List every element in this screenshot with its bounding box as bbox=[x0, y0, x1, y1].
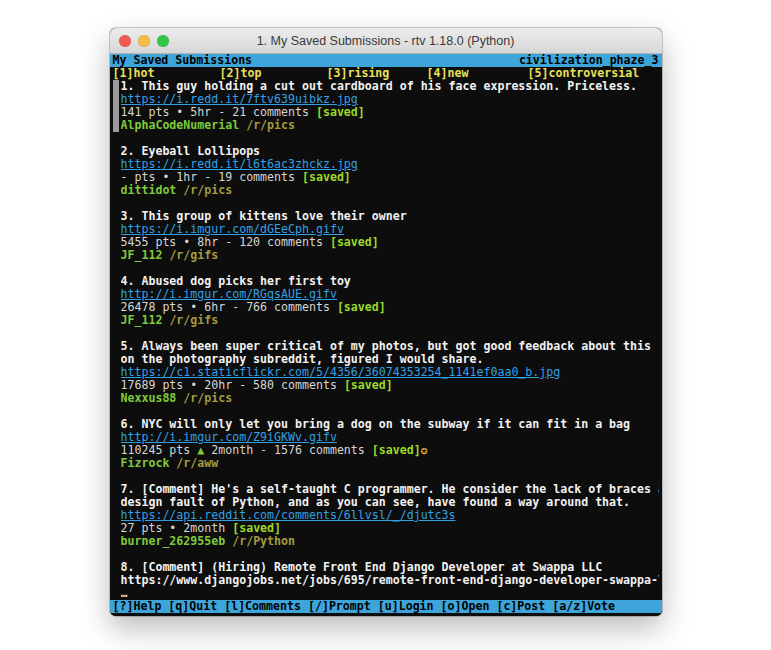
app-window: 1. My Saved Submissions - rtv 1.18.0 (Py… bbox=[110, 28, 662, 616]
submission-title: 7. [Comment] He's a self-taught C progra… bbox=[121, 483, 659, 496]
submission-stats: 26478 pts • 6hr - 766 comments [saved] bbox=[121, 301, 659, 314]
submission-stats: 17689 pts • 20hr - 580 comments [saved] bbox=[121, 379, 659, 392]
submission-link-row: https://i.redd.it/l6t6ac3zhckz.jpg bbox=[121, 158, 659, 171]
submission-title: 8. [Comment] (Hiring) Remote Front End D… bbox=[121, 561, 659, 574]
subreddit-name: /r/gifs bbox=[169, 314, 218, 327]
submission-link-row: http://i.imgur.com/RGqsAUE.gifv bbox=[121, 288, 659, 301]
stats-segment: [saved] bbox=[337, 301, 386, 314]
author-name: AlphaCodeNumerial bbox=[121, 119, 240, 132]
sort-menu: [1]hot[2]top[3]rising[4]new[5]controvers… bbox=[113, 67, 659, 80]
stats-segment: 27 pts • 2month bbox=[121, 522, 233, 535]
submission-link[interactable]: http://i.imgur.com/Z9iGKWv.gifv bbox=[121, 431, 337, 444]
traffic-lights bbox=[119, 28, 169, 53]
stats-segment: [saved] bbox=[372, 444, 421, 457]
author-name: burner_262955eb bbox=[121, 535, 226, 548]
submission-byline: burner_262955eb /r/Python bbox=[121, 535, 659, 548]
submission-item-6[interactable]: 6. NYC will only let you bring a dog on … bbox=[121, 418, 659, 470]
submission-link-row: https://i.redd.it/7ftv639uibkz.jpg bbox=[121, 93, 659, 106]
stats-segment: [saved] bbox=[316, 106, 365, 119]
submission-item-2[interactable]: 2. Eyeball Lollipopshttps://i.redd.it/l6… bbox=[121, 145, 659, 197]
subreddit-name: /r/Python bbox=[232, 535, 295, 548]
menu-item-new[interactable]: [4]new bbox=[427, 67, 469, 80]
submission-link[interactable]: https://i.redd.it/l6t6ac3zhckz.jpg bbox=[121, 158, 358, 171]
author-name: Fizrock bbox=[121, 457, 170, 470]
submission-title: 1. This guy holding a cut out cardboard … bbox=[121, 80, 659, 93]
submission-item-1[interactable]: 1. This guy holding a cut out cardboard … bbox=[121, 80, 659, 132]
submission-title: on the photography subreddit, figured I … bbox=[121, 353, 659, 366]
submission-title: 2. Eyeball Lollipops bbox=[121, 145, 659, 158]
stats-segment: 2month - 1576 comments bbox=[204, 444, 372, 457]
submission-list: 1. This guy holding a cut out cardboard … bbox=[113, 80, 659, 600]
submission-title: 3. This group of kittens love their owne… bbox=[121, 210, 659, 223]
submission-byline: JF_112 /r/gifs bbox=[121, 314, 659, 327]
submission-stats: 110245 pts ▲ 2month - 1576 comments [sav… bbox=[121, 444, 659, 457]
submission-link-row: http://i.imgur.com/Z9iGKWv.gifv bbox=[121, 431, 659, 444]
status-header: My Saved Submissions civilization_phaze_… bbox=[110, 54, 662, 67]
submission-item-5[interactable]: 5. Always been super critical of my phot… bbox=[121, 340, 659, 405]
truncation-indicator: … bbox=[121, 587, 659, 600]
zoom-window-button[interactable] bbox=[157, 35, 169, 47]
submission-link[interactable]: https://api.reddit.com/comments/6llvsl/_… bbox=[121, 509, 456, 522]
submission-byline: dittidot /r/pics bbox=[121, 184, 659, 197]
minimize-window-button[interactable] bbox=[138, 35, 150, 47]
terminal-screen: My Saved Submissions civilization_phaze_… bbox=[110, 54, 662, 616]
submission-link[interactable]: https://c1.staticflickr.com/5/4356/36074… bbox=[121, 366, 561, 379]
menu-item-hot[interactable]: [1]hot bbox=[113, 67, 155, 80]
author-name: JF_112 bbox=[121, 314, 163, 327]
selection-cursor bbox=[113, 80, 119, 132]
submission-title: 6. NYC will only let you bring a dog on … bbox=[121, 418, 659, 431]
subreddit-name: /r/pics bbox=[246, 119, 295, 132]
subreddit-name: /r/gifs bbox=[169, 249, 218, 262]
submission-item-8[interactable]: 8. [Comment] (Hiring) Remote Front End D… bbox=[121, 561, 659, 600]
submission-byline: Fizrock /r/aww bbox=[121, 457, 659, 470]
submission-title: https://www.djangojobs.net/jobs/695/remo… bbox=[121, 574, 659, 587]
submission-link-row: https://api.reddit.com/comments/6llvsl/_… bbox=[121, 509, 659, 522]
submission-stats: 141 pts • 5hr - 21 comments [saved] bbox=[121, 106, 659, 119]
submission-byline: AlphaCodeNumerial /r/pics bbox=[121, 119, 659, 132]
stats-segment: 17689 pts • 20hr - 580 comments bbox=[121, 379, 344, 392]
author-name: JF_112 bbox=[121, 249, 163, 262]
stats-segment: 26478 pts • 6hr - 766 comments bbox=[121, 301, 337, 314]
stats-segment: [saved] bbox=[302, 171, 351, 184]
stats-segment: 110245 pts bbox=[121, 444, 198, 457]
subreddit-name: /r/aww bbox=[176, 457, 218, 470]
window-titlebar[interactable]: 1. My Saved Submissions - rtv 1.18.0 (Py… bbox=[110, 28, 662, 54]
submission-title: 4. Abused dog picks her first toy bbox=[121, 275, 659, 288]
author-name: Nexxus88 bbox=[121, 392, 177, 405]
submission-title: 5. Always been super critical of my phot… bbox=[121, 340, 659, 353]
window-title: 1. My Saved Submissions - rtv 1.18.0 (Py… bbox=[257, 34, 515, 48]
submission-link[interactable]: http://i.imgur.com/RGqsAUE.gifv bbox=[121, 288, 337, 301]
submission-link[interactable]: https://i.redd.it/7ftv639uibkz.jpg bbox=[121, 93, 358, 106]
subreddit-name: /r/pics bbox=[183, 184, 232, 197]
submission-link-row: https://i.imgur.com/dGEeCph.gifv bbox=[121, 223, 659, 236]
menu-item-rising[interactable]: [3]rising bbox=[327, 67, 390, 80]
submission-byline: JF_112 /r/gifs bbox=[121, 249, 659, 262]
menu-item-top[interactable]: [2]top bbox=[220, 67, 262, 80]
submission-stats: 27 pts • 2month [saved] bbox=[121, 522, 659, 535]
submission-title: design fault of Python, and as you can s… bbox=[121, 496, 659, 509]
submission-item-7[interactable]: 7. [Comment] He's a self-taught C progra… bbox=[121, 483, 659, 548]
help-bar: [?]Help [q]Quit [l]Comments [/]Prompt [u… bbox=[110, 600, 662, 613]
author-name: dittidot bbox=[121, 184, 177, 197]
stats-segment: 5455 pts • 8hr - 120 comments bbox=[121, 236, 330, 249]
stats-segment: [saved] bbox=[330, 236, 379, 249]
menu-item-controversial[interactable]: [5]controversial bbox=[528, 67, 640, 80]
stats-segment: [saved] bbox=[232, 522, 281, 535]
stats-segment: - pts • 1hr - 19 comments bbox=[121, 171, 302, 184]
submission-stats: - pts • 1hr - 19 comments [saved] bbox=[121, 171, 659, 184]
submission-item-3[interactable]: 3. This group of kittens love their owne… bbox=[121, 210, 659, 262]
stats-segment: 141 pts • 5hr - 21 comments bbox=[121, 106, 316, 119]
gilded-icon: ✪ bbox=[421, 444, 428, 457]
submission-link[interactable]: https://i.imgur.com/dGEeCph.gifv bbox=[121, 223, 344, 236]
submission-stats: 5455 pts • 8hr - 120 comments [saved] bbox=[121, 236, 659, 249]
logged-in-username: civilization_phaze_3 bbox=[519, 54, 659, 67]
stats-segment: [saved] bbox=[344, 379, 393, 392]
close-window-button[interactable] bbox=[119, 35, 131, 47]
submission-link-row: https://c1.staticflickr.com/5/4356/36074… bbox=[121, 366, 659, 379]
submission-item-4[interactable]: 4. Abused dog picks her first toyhttp://… bbox=[121, 275, 659, 327]
subreddit-name: /r/pics bbox=[183, 392, 232, 405]
submission-byline: Nexxus88 /r/pics bbox=[121, 392, 659, 405]
page-title: My Saved Submissions bbox=[113, 54, 253, 67]
